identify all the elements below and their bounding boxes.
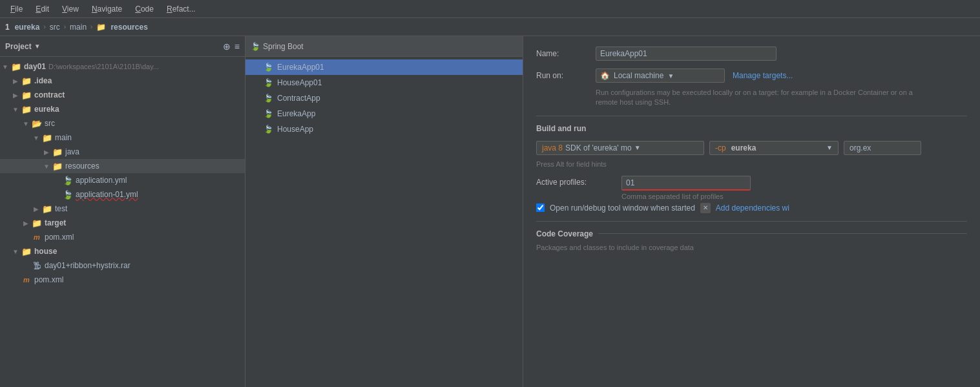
menu-edit[interactable]: Edit (30, 3, 54, 15)
open-debug-close-btn[interactable]: ✕ (700, 203, 711, 213)
menu-code[interactable]: Code (130, 3, 159, 15)
cp-field-arrow[interactable]: ▼ (826, 144, 833, 151)
tree-toggle-test[interactable]: ▶ (31, 205, 41, 213)
open-debug-checkbox[interactable] (536, 204, 545, 212)
alt-hint: Press Alt for field hints (536, 160, 967, 168)
config-item-eurekaapp[interactable]: 🍃 EurekaApp (245, 106, 523, 121)
tree-item-contract[interactable]: ▶ 📁 contract (0, 88, 245, 102)
panel-title: Project (5, 42, 32, 51)
houseapp01-icon: 🍃 (264, 78, 273, 87)
coverage-hint: Packages and classes to include in cover… (536, 244, 967, 251)
target-folder-icon: 📁 (31, 218, 43, 228)
config-header: 🍃 Spring Boot (245, 36, 523, 57)
tree-item-resources[interactable]: ▼ 📁 resources (0, 159, 245, 173)
tree-item-idea[interactable]: ▶ 📁 .idea (0, 74, 245, 88)
tree-toggle-main[interactable]: ▼ (31, 134, 41, 141)
panel-dropdown-icon[interactable]: ▼ (34, 43, 41, 50)
src-folder-icon: 📂 (31, 119, 43, 129)
tree-item-day01[interactable]: ▼ 📁 day01 D:\workspaces\2101A\2101B\day.… (0, 59, 245, 74)
menu-file[interactable]: File (5, 3, 28, 15)
tree-item-pom-root[interactable]: ▶ m pom.xml (0, 273, 245, 287)
config-item-eurekaapp01[interactable]: 🍃 EurekaApp01 (245, 59, 523, 75)
tree-item-eureka[interactable]: ▼ 📁 eureka (0, 102, 245, 116)
config-item-houseapp01[interactable]: 🍃 HouseApp01 (245, 75, 523, 90)
profiles-row: Active profiles: Comma separated list of… (536, 176, 967, 200)
cp-field[interactable]: -cp eureka ▼ (709, 141, 839, 155)
tree-toggle-idea[interactable]: ▶ (10, 78, 21, 85)
tree-label-resources: resources (65, 162, 99, 171)
run-on-hint: Run configurations may be executed local… (596, 88, 919, 108)
tree-item-test[interactable]: ▶ 📁 test (0, 202, 245, 216)
java-field[interactable]: java 8 SDK of 'eureka' mo ▼ (536, 141, 704, 155)
panel-toolbar: ⊕ ≡ (223, 41, 240, 52)
run-on-select[interactable]: 🏠 Local machine ▼ (596, 68, 725, 83)
name-input[interactable] (596, 47, 777, 61)
profiles-input[interactable] (621, 176, 751, 191)
cp-value: eureka (731, 143, 756, 152)
tree-toggle-target[interactable]: ▶ (21, 220, 31, 227)
config-item-houseapp[interactable]: 🍃 HouseApp (245, 121, 523, 137)
spring-icon: 🍃 (251, 42, 260, 51)
rar-file-icon: 🗜 (31, 261, 43, 271)
tree-toggle-src[interactable]: ▼ (21, 120, 31, 127)
java-field-arrow[interactable]: ▼ (634, 144, 641, 151)
name-label: Name: (536, 49, 588, 58)
tree-toggle-java[interactable]: ▶ (41, 149, 52, 156)
tree-toggle-pom-eureka: ▶ (21, 234, 31, 241)
tree-label-pom-eureka: pom.xml (45, 233, 74, 242)
breadcrumb-main[interactable]: main (70, 23, 87, 32)
menu-navigate[interactable]: Navigate (87, 3, 127, 15)
build-run-row: java 8 SDK of 'eureka' mo ▼ -cp eureka ▼… (536, 141, 967, 155)
tree-item-rar[interactable]: ▶ 🗜 day01+ribbon+hystrix.rar (0, 258, 245, 273)
day01-folder-icon: 📁 (10, 62, 22, 72)
java-folder-icon: 📁 (52, 147, 63, 157)
main-folder-icon: 📁 (41, 133, 53, 143)
tree-item-house[interactable]: ▼ 📁 house (0, 244, 245, 258)
tree-label-java: java (65, 147, 79, 156)
tree-toggle-eureka[interactable]: ▼ (10, 106, 21, 113)
manage-targets-link[interactable]: Manage targets... (733, 71, 793, 80)
resources-folder-icon: 📁 (96, 23, 106, 32)
config-item-label-eurekaapp: EurekaApp (277, 109, 315, 118)
yaml-icon-2: 🍃 (62, 190, 74, 200)
tree-toggle-contract[interactable]: ▶ (10, 92, 21, 99)
house-folder-icon: 📁 (21, 247, 32, 256)
tree-toggle-app-yml: ▶ (52, 177, 62, 184)
resources-folder-icon-tree: 📁 (52, 162, 63, 171)
open-debug-label: Open run/debug tool window when started (550, 204, 695, 213)
tree-item-app01-yml[interactable]: ▶ 🍃 application-01.yml (0, 187, 245, 202)
config-item-label-contractapp: ContractApp (277, 94, 320, 103)
tree-item-app-yml[interactable]: ▶ 🍃 application.yml (0, 173, 245, 187)
tree-item-main[interactable]: ▼ 📁 main (0, 131, 245, 145)
class-value: org.ex (850, 143, 871, 152)
tree-label-rar: day01+ribbon+hystrix.rar (45, 261, 130, 270)
class-field[interactable]: org.ex (844, 141, 921, 155)
breadcrumb-src[interactable]: src (50, 23, 60, 32)
tree-toggle-day01[interactable]: ▼ (0, 63, 10, 70)
tree-item-src[interactable]: ▼ 📂 src (0, 116, 245, 131)
tree-item-java[interactable]: ▶ 📁 java (0, 145, 245, 159)
breadcrumb-eureka[interactable]: eureka (15, 23, 40, 32)
run-on-arrow[interactable]: ▼ (667, 72, 674, 79)
tree-label-contract: contract (34, 90, 65, 99)
add-deps-btn[interactable]: Add dependencies wi (716, 204, 789, 213)
code-coverage-header: Code Coverage (536, 229, 967, 238)
tree-item-target[interactable]: ▶ 📁 target (0, 216, 245, 230)
tree-toggle-house[interactable]: ▼ (10, 248, 21, 255)
panel-globe-icon[interactable]: ⊕ (223, 41, 231, 52)
tree-toggle-resources[interactable]: ▼ (41, 163, 52, 170)
project-tree: ▼ 📁 day01 D:\workspaces\2101A\2101B\day.… (0, 57, 245, 387)
profiles-hint: Comma separated list of profiles (621, 193, 751, 200)
menu-refact[interactable]: Refact... (162, 3, 201, 15)
menu-view[interactable]: View (57, 3, 84, 15)
tree-label-src: src (45, 119, 55, 128)
code-coverage-title-text: Code Coverage (536, 229, 593, 238)
tree-item-pom-eureka[interactable]: ▶ m pom.xml (0, 230, 245, 244)
eurekaapp-icon: 🍃 (264, 109, 273, 118)
separator-1 (536, 116, 967, 116)
panel-align-icon[interactable]: ≡ (235, 41, 240, 52)
pom-icon-1: m (31, 233, 43, 241)
breadcrumb-resources[interactable]: resources (110, 23, 147, 32)
code-coverage-line (598, 233, 967, 234)
config-item-contractapp[interactable]: 🍃 ContractApp (245, 90, 523, 106)
